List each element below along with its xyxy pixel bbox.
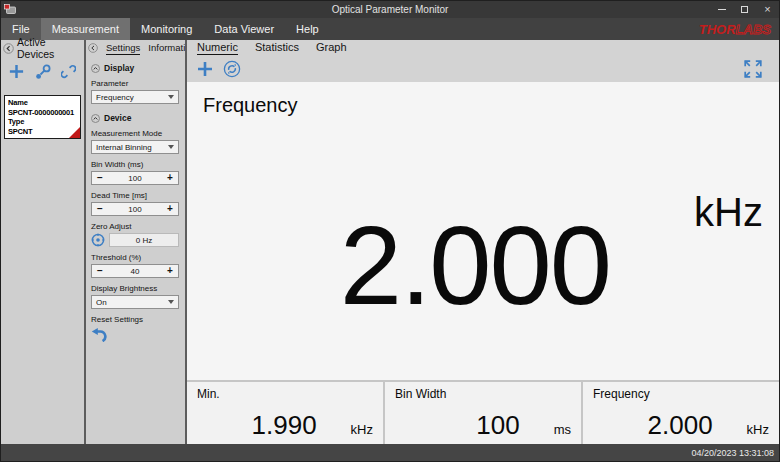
refresh-button[interactable] <box>223 60 241 78</box>
measurement-mode-dropdown[interactable]: Internal Binning <box>91 140 179 154</box>
chevron-down-icon <box>168 95 174 99</box>
collapse-panel-button[interactable] <box>88 43 98 53</box>
stat-box-bin-width: Bin Width 100 ms <box>385 382 581 444</box>
connect-device-button[interactable] <box>35 64 51 80</box>
status-bar: 04/20/2023 13:31:08 <box>1 444 779 461</box>
threshold-stepper[interactable]: − 40 + <box>91 264 179 278</box>
tab-settings[interactable]: Settings <box>106 41 140 55</box>
devices-toolbar <box>1 56 84 82</box>
bin-width-stepper[interactable]: − 100 + <box>91 171 179 185</box>
plus-button[interactable]: + <box>162 172 178 184</box>
active-devices-header: Active Devices <box>1 40 84 56</box>
bin-width-value: 100 <box>108 174 162 183</box>
device-type-label: Type <box>8 117 77 127</box>
device-section-title: Device <box>104 113 131 123</box>
parameter-label: Parameter <box>91 79 179 88</box>
plus-button[interactable]: + <box>162 265 178 277</box>
display-section-title: Display <box>104 63 134 73</box>
chevron-down-icon <box>168 145 174 149</box>
device-name-label: Name <box>8 98 77 108</box>
reset-settings-row <box>91 327 179 344</box>
chevron-down-icon <box>168 300 174 304</box>
plus-icon <box>196 60 214 78</box>
content-area: Active Devices Name SPCNT-0000000001 Typ… <box>1 40 779 444</box>
bin-width-label: Bin Width (ms) <box>91 160 179 169</box>
stat-label: Bin Width <box>395 387 571 401</box>
minus-button[interactable]: − <box>92 265 108 277</box>
maximize-icon <box>741 6 748 13</box>
main-tabs: Numeric Statistics Graph <box>187 40 779 56</box>
settings-body: Display Parameter Frequency Device Measu… <box>86 56 185 344</box>
settings-panel: Settings Information Display Parameter F… <box>86 40 185 444</box>
stat-label: Min. <box>197 387 373 401</box>
device-type: SPCNT <box>8 127 77 137</box>
thorlabs-logo-labs: LABS <box>736 22 771 37</box>
window-controls: × <box>710 1 779 18</box>
device-card[interactable]: Name SPCNT-0000000001 Type SPCNT <box>4 95 81 139</box>
tab-information[interactable]: Information <box>148 41 185 55</box>
plus-button[interactable]: + <box>162 203 178 215</box>
menu-item-monitoring[interactable]: Monitoring <box>130 18 203 40</box>
minimize-icon <box>718 9 726 10</box>
minus-button[interactable]: − <box>92 203 108 215</box>
zero-adjust-icon <box>91 233 105 247</box>
zero-adjust-label: Zero Adjust <box>91 222 179 231</box>
app-icon <box>4 4 17 15</box>
menu-item-help[interactable]: Help <box>285 18 330 40</box>
tab-statistics[interactable]: Statistics <box>255 41 299 55</box>
measurement-value: 2.000 <box>340 210 610 322</box>
chevron-up-icon <box>91 114 100 123</box>
close-button[interactable]: × <box>756 1 779 18</box>
measurement-unit: kHz <box>694 190 763 235</box>
add-tile-button[interactable] <box>196 60 214 78</box>
maximize-button[interactable] <box>733 1 756 18</box>
refresh-icon <box>223 60 241 78</box>
stat-value: 100 <box>476 412 519 438</box>
expand-icon <box>742 58 764 80</box>
active-devices-panel: Active Devices Name SPCNT-0000000001 Typ… <box>1 40 84 444</box>
stat-value: 2.000 <box>648 412 713 438</box>
device-section-header[interactable]: Device <box>91 113 179 123</box>
measurement-mode-label: Measurement Mode <box>91 129 179 138</box>
chevron-up-icon <box>91 64 100 73</box>
thorlabs-logo-thor: THOR <box>699 22 736 37</box>
reset-settings-label: Reset Settings <box>91 315 179 324</box>
display-brightness-value: On <box>96 298 107 307</box>
menu-item-data-viewer[interactable]: Data Viewer <box>203 18 285 40</box>
add-device-button[interactable] <box>8 63 25 80</box>
close-icon: × <box>764 4 770 15</box>
tab-graph[interactable]: Graph <box>316 41 347 55</box>
title-bar: Optical Parameter Monitor × <box>1 1 779 18</box>
reset-settings-button[interactable] <box>91 327 108 342</box>
zero-adjust-button[interactable] <box>91 233 105 247</box>
status-timestamp: 04/20/2023 13:31:08 <box>691 448 774 458</box>
display-section-header[interactable]: Display <box>91 63 179 73</box>
measurement-mode-value: Internal Binning <box>96 143 152 152</box>
minus-button[interactable]: − <box>92 172 108 184</box>
settings-tabs: Settings Information <box>86 40 185 56</box>
fullscreen-button[interactable] <box>742 58 764 80</box>
zero-adjust-field: 0 Hz <box>109 233 179 247</box>
tab-numeric[interactable]: Numeric <box>197 41 238 55</box>
parameter-dropdown[interactable]: Frequency <box>91 90 179 104</box>
dead-time-label: Dead Time [ms] <box>91 191 179 200</box>
stat-box-frequency: Frequency 2.000 kHz <box>583 382 779 444</box>
numeric-view: Frequency 2.000 kHz <box>187 82 779 380</box>
stat-unit: kHz <box>747 422 769 437</box>
window-title: Optical Parameter Monitor <box>332 4 449 15</box>
plus-icon <box>8 63 25 80</box>
collapse-panel-button[interactable] <box>3 43 14 54</box>
numeric-toolbar <box>187 56 779 82</box>
display-brightness-dropdown[interactable]: On <box>91 295 179 309</box>
threshold-value: 40 <box>108 267 162 276</box>
minimize-button[interactable] <box>710 1 733 18</box>
disconnect-icon <box>61 64 76 79</box>
disconnect-device-button[interactable] <box>61 64 76 79</box>
zero-adjust-row: 0 Hz <box>91 233 179 247</box>
threshold-label: Threshold (%) <box>91 253 179 262</box>
parameter-value: Frequency <box>96 93 134 102</box>
device-name: SPCNT-0000000001 <box>8 108 77 118</box>
parameter-heading: Frequency <box>203 94 298 117</box>
undo-icon <box>91 327 108 342</box>
dead-time-stepper[interactable]: − 100 + <box>91 202 179 216</box>
